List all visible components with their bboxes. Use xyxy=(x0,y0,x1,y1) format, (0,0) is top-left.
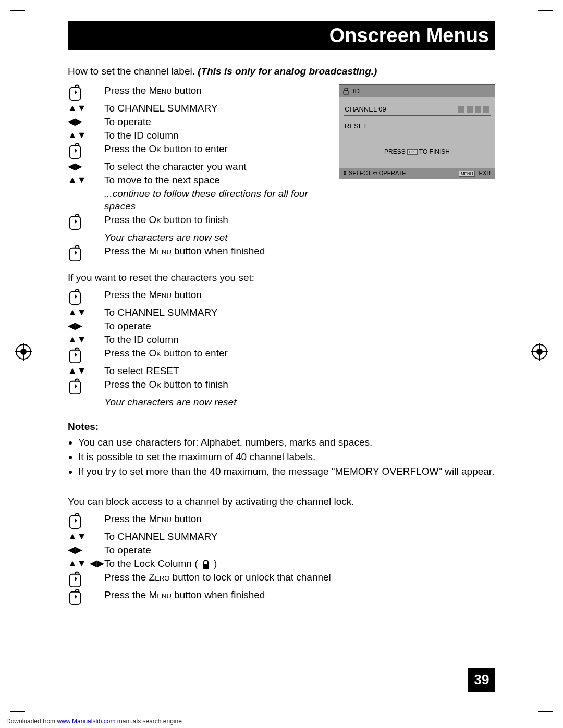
step-row: Press the Ok button to finish xyxy=(68,214,331,230)
svg-rect-5 xyxy=(344,91,349,94)
step-text: Press the Menu button when finished xyxy=(104,589,495,601)
step-row: ▲▼To CHANNEL SUMMARY xyxy=(68,102,331,115)
remote-icon xyxy=(68,347,83,364)
leftright-icon: ◀▶ xyxy=(68,116,82,127)
osd-channel-row: CHANNEL 09 xyxy=(344,103,491,116)
page-number: 39 xyxy=(468,668,495,692)
notes-heading: Notes: xyxy=(68,421,495,433)
updown-icon: ⇕ xyxy=(342,170,347,176)
step-row: Press the Menu button xyxy=(68,84,331,101)
note-item: It is possible to set the maximum of 40 … xyxy=(78,450,495,464)
step-icon xyxy=(68,589,104,606)
step-text: Press the Ok button to enter xyxy=(104,143,331,155)
leftright-icon: ◀▶ xyxy=(90,558,104,569)
step-text: To operate xyxy=(104,320,495,332)
step-text: Press the Ok button to finish xyxy=(104,214,331,226)
step-text: Your characters are now set xyxy=(104,231,331,244)
step-row: ▲▼To the ID column xyxy=(68,129,331,142)
remote-icon xyxy=(68,289,83,305)
step-icon xyxy=(68,214,104,230)
svg-rect-4 xyxy=(345,88,348,91)
footer: Downloaded from www.Manualslib.com manua… xyxy=(6,718,182,725)
step-icon: ◀▶ xyxy=(68,161,104,172)
updown-icon: ▲▼ xyxy=(68,174,87,186)
intro-text: How to set the channel label. (This is o… xyxy=(68,66,495,77)
set-label-section: Press the Menu button▲▼To CHANNEL SUMMAR… xyxy=(68,83,495,263)
step-text: To select RESET xyxy=(104,365,495,377)
step-text: Press the Menu button xyxy=(104,289,495,301)
remote-icon xyxy=(68,589,83,606)
step-icon xyxy=(68,571,104,588)
svg-rect-10 xyxy=(203,564,209,569)
step-text: ...continue to follow these directions f… xyxy=(104,188,331,213)
step-row: Press the Zero button to lock or unlock … xyxy=(68,571,495,588)
step-row: Press the Ok button to enter xyxy=(68,347,495,364)
updown-icon: ▲▼ xyxy=(68,334,87,345)
step-text: Press the Menu button when finished xyxy=(104,245,331,257)
crop-mark xyxy=(538,711,553,712)
step-text: Press the Menu button xyxy=(104,513,495,525)
steps-list-2: Press the Menu button▲▼To CHANNEL SUMMAR… xyxy=(68,289,495,409)
osd-title: ID xyxy=(339,85,495,97)
step-row: Your characters are now reset xyxy=(68,396,495,409)
step-text: To CHANNEL SUMMARY xyxy=(104,530,495,543)
crop-mark xyxy=(538,10,553,11)
page: Onscreen Menus How to set the channel la… xyxy=(0,0,563,728)
step-row: ▲▼To CHANNEL SUMMARY xyxy=(68,530,495,543)
char-slots xyxy=(458,106,489,113)
remote-icon xyxy=(68,143,83,159)
step-row: ◀▶To select the character you want xyxy=(68,161,331,173)
osd-hint: PRESS OK TO FINISH xyxy=(344,137,491,165)
step-row: ▲▼To select RESET xyxy=(68,365,495,377)
step-icon: ◀▶ xyxy=(68,320,104,331)
remote-icon xyxy=(68,84,83,101)
step-row: ...continue to follow these directions f… xyxy=(68,188,331,213)
step-text: To operate xyxy=(104,544,495,557)
step-text: Press the Zero button to lock or unlock … xyxy=(104,571,495,584)
lock-icon xyxy=(202,560,210,569)
osd-footer: ⇕ SELECT ⇔ OPERATE MENU EXIT xyxy=(339,168,495,179)
reset-subhead: If you want to reset the characters you … xyxy=(68,272,495,283)
step-icon xyxy=(68,245,104,262)
step-row: ▲▼To the ID column xyxy=(68,334,495,346)
step-row: Your characters are now set xyxy=(68,231,331,244)
lock-subhead: You can block access to a channel by act… xyxy=(68,496,495,508)
step-icon xyxy=(68,513,104,529)
step-text: Your characters are now reset xyxy=(104,396,495,409)
leftright-icon: ⇔ xyxy=(373,170,377,176)
crop-mark xyxy=(10,10,25,11)
step-icon: ▲▼ ◀▶ xyxy=(68,558,104,569)
step-row: ◀▶To operate xyxy=(68,544,495,557)
step-text: To the Lock Column ( ) xyxy=(104,558,495,570)
step-icon: ▲▼ xyxy=(68,334,104,345)
step-row: Press the Menu button xyxy=(68,513,495,529)
step-text: To CHANNEL SUMMARY xyxy=(104,306,495,319)
id-icon xyxy=(342,88,350,95)
step-icon: ▲▼ xyxy=(68,365,104,376)
osd-panel: ID CHANNEL 09 RESET PRESS xyxy=(339,84,495,179)
updown-icon: ▲▼ xyxy=(68,102,87,114)
step-icon: ▲▼ xyxy=(68,174,104,186)
step-text: To move to the next space xyxy=(104,174,331,187)
step-text: To select the character you want xyxy=(104,161,331,173)
osd-reset-row: RESET xyxy=(344,120,491,132)
leftright-icon: ◀▶ xyxy=(68,320,82,331)
title-bar: Onscreen Menus xyxy=(68,21,495,50)
step-text: To the ID column xyxy=(104,334,495,346)
step-row: Press the Menu button when finished xyxy=(68,245,331,262)
step-row: Press the Menu button xyxy=(68,289,495,305)
step-text: To CHANNEL SUMMARY xyxy=(104,102,331,115)
step-icon: ◀▶ xyxy=(68,116,104,127)
step-row: ▲▼To move to the next space xyxy=(68,174,331,187)
remote-icon xyxy=(68,571,83,588)
step-icon xyxy=(68,84,104,101)
notes-list: You can use characters for: Alphabet, nu… xyxy=(68,436,495,478)
step-text: To operate xyxy=(104,116,331,128)
step-icon: ▲▼ xyxy=(68,129,104,141)
footer-link[interactable]: www.Manualslib.com xyxy=(57,718,115,725)
remote-icon xyxy=(68,214,83,230)
step-icon xyxy=(68,143,104,159)
updown-icon: ▲▼ xyxy=(68,558,87,569)
step-row: Press the Menu button when finished xyxy=(68,589,495,606)
step-row: Press the Ok button to finish xyxy=(68,378,495,395)
